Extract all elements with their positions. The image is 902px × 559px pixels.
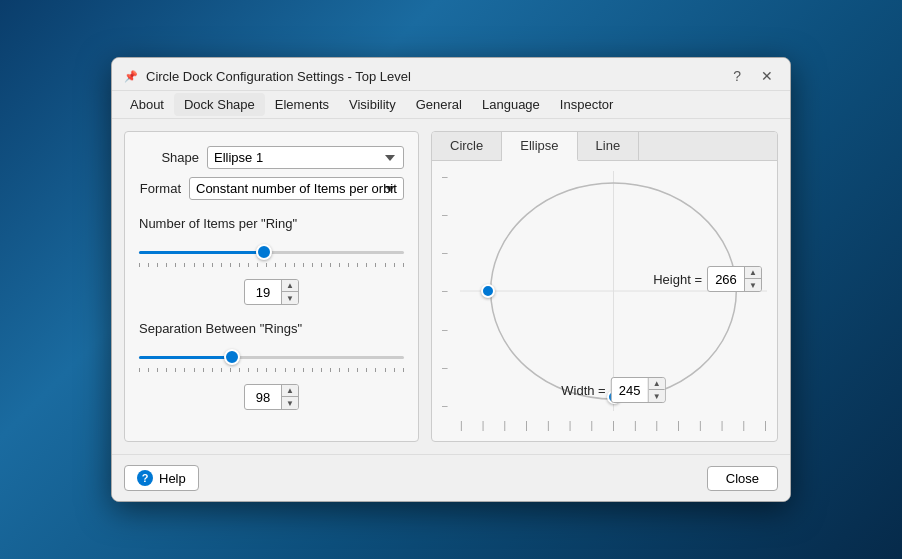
format-select[interactable]: Constant number of Items per orbit Varia… [189, 177, 404, 200]
window-title: Circle Dock Configuration Settings - Top… [146, 69, 411, 84]
separation-section-label: Separation Between "Rings" [139, 321, 404, 336]
height-label: Height = [653, 272, 702, 287]
ring-spinner-row: ▲ ▼ [139, 279, 404, 305]
shape-row: Shape Ellipse 1 Ellipse 2 Circle Line [139, 146, 404, 169]
shape-label: Shape [139, 150, 199, 165]
main-content: Shape Ellipse 1 Ellipse 2 Circle Line Fo… [112, 119, 790, 454]
h-ruler: | | | | | | | | | | | | | | | [460, 420, 767, 431]
h-tick-6: | [569, 420, 572, 431]
separation-slider-fill [139, 356, 232, 359]
close-button[interactable]: Close [707, 466, 778, 491]
separation-slider-track[interactable] [139, 348, 404, 366]
v-tick-6: – [442, 362, 448, 373]
v-tick-2: – [442, 209, 448, 220]
separation-slider-container [139, 344, 404, 376]
help-button[interactable]: ? [728, 66, 746, 86]
ellipse-area: Height = ▲ ▼ Width = [460, 171, 767, 411]
h-tick-1: | [460, 420, 463, 431]
separation-slider-ticks [139, 368, 404, 372]
help-icon: ? [137, 470, 153, 486]
separation-spinner: ▲ ▼ [244, 384, 299, 410]
h-tick-13: | [721, 420, 724, 431]
ring-slider-track[interactable] [139, 243, 404, 261]
width-spinner: ▲ ▼ [611, 377, 666, 403]
menu-language[interactable]: Language [472, 93, 550, 116]
width-input[interactable] [612, 381, 648, 400]
menu-dock-shape[interactable]: Dock Shape [174, 93, 265, 116]
v-tick-5: – [442, 324, 448, 335]
ring-decrement-button[interactable]: ▼ [282, 292, 298, 304]
ring-slider-container [139, 239, 404, 271]
h-tick-10: | [656, 420, 659, 431]
close-window-button[interactable]: ✕ [756, 66, 778, 86]
h-tick-4: | [525, 420, 528, 431]
ring-section-label: Number of Items per "Ring" [139, 216, 404, 231]
menu-inspector[interactable]: Inspector [550, 93, 623, 116]
separation-slider-thumb[interactable] [224, 349, 240, 365]
main-window: 📌 Circle Dock Configuration Settings - T… [111, 57, 791, 502]
height-spinner: ▲ ▼ [707, 266, 762, 292]
footer: ? Help Close [112, 454, 790, 501]
v-tick-1: – [442, 171, 448, 182]
menu-visibility[interactable]: Visibility [339, 93, 406, 116]
height-increment-button[interactable]: ▲ [745, 267, 761, 279]
h-tick-15: | [764, 420, 767, 431]
title-bar: 📌 Circle Dock Configuration Settings - T… [112, 58, 790, 91]
separation-decrement-button[interactable]: ▼ [282, 397, 298, 409]
height-decrement-button[interactable]: ▼ [745, 279, 761, 291]
v-handle[interactable] [481, 284, 495, 298]
ring-slider-thumb[interactable] [256, 244, 272, 260]
separation-slider-line [139, 356, 404, 359]
ring-input[interactable] [245, 283, 281, 302]
ring-slider-ticks [139, 263, 404, 267]
width-decrement-button[interactable]: ▼ [649, 390, 665, 402]
width-control: Width = ▲ ▼ [561, 377, 665, 403]
h-tick-2: | [482, 420, 485, 431]
width-increment-button[interactable]: ▲ [649, 378, 665, 390]
h-tick-9: | [634, 420, 637, 431]
v-tick-4: – [442, 285, 448, 296]
format-label: Format [139, 181, 181, 196]
ring-increment-button[interactable]: ▲ [282, 280, 298, 292]
height-input[interactable] [708, 270, 744, 289]
ellipse-panel: – – – – – – – [432, 161, 777, 441]
left-panel: Shape Ellipse 1 Ellipse 2 Circle Line Fo… [124, 131, 419, 442]
tab-circle[interactable]: Circle [432, 132, 502, 160]
menu-about[interactable]: About [120, 93, 174, 116]
h-tick-12: | [699, 420, 702, 431]
help-button[interactable]: ? Help [124, 465, 199, 491]
shape-select[interactable]: Ellipse 1 Ellipse 2 Circle Line [207, 146, 404, 169]
format-row: Format Constant number of Items per orbi… [139, 177, 404, 200]
h-tick-11: | [677, 420, 680, 431]
menu-bar: About Dock Shape Elements Visibility Gen… [112, 91, 790, 119]
tab-ellipse[interactable]: Ellipse [502, 132, 577, 161]
width-label: Width = [561, 383, 605, 398]
tab-line[interactable]: Line [578, 132, 640, 160]
tab-bar: Circle Ellipse Line [432, 132, 777, 161]
h-tick-14: | [743, 420, 746, 431]
separation-input[interactable] [245, 388, 281, 407]
ring-slider-fill [139, 251, 264, 254]
right-panel: Circle Ellipse Line – – – – – – – [431, 131, 778, 442]
menu-elements[interactable]: Elements [265, 93, 339, 116]
separation-increment-button[interactable]: ▲ [282, 385, 298, 397]
v-ruler: – – – – – – – [442, 171, 448, 411]
menu-general[interactable]: General [406, 93, 472, 116]
pin-icon: 📌 [124, 70, 138, 83]
v-tick-7: – [442, 400, 448, 411]
ring-spinner: ▲ ▼ [244, 279, 299, 305]
h-tick-7: | [590, 420, 593, 431]
h-tick-8: | [612, 420, 615, 431]
h-tick-3: | [503, 420, 506, 431]
ring-slider-line [139, 251, 404, 254]
height-control: Height = ▲ ▼ [653, 266, 762, 292]
separation-spinner-row: ▲ ▼ [139, 384, 404, 410]
help-label: Help [159, 471, 186, 486]
h-tick-5: | [547, 420, 550, 431]
v-tick-3: – [442, 247, 448, 258]
